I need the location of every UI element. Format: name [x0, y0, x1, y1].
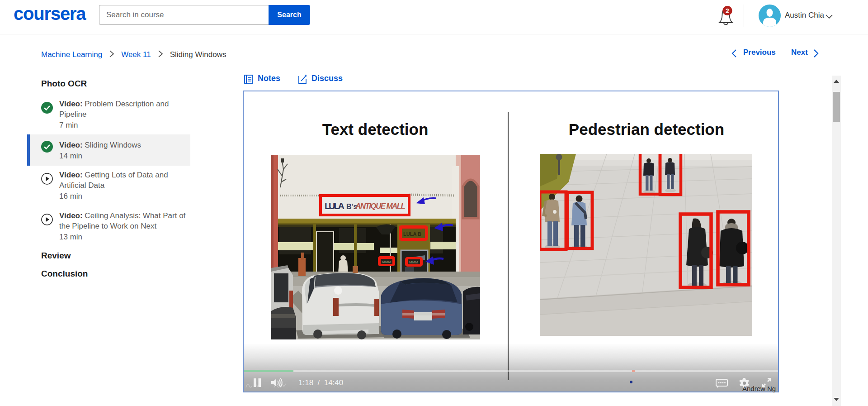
svg-text:2: 2: [726, 7, 729, 14]
svg-text:ANTIQUE MALL: ANTIQUE MALL: [355, 202, 406, 210]
svg-text:LULA: LULA: [325, 201, 344, 211]
svg-text:MMM: MMM: [382, 260, 391, 264]
svg-text:MMM: MMM: [409, 260, 418, 264]
svg-text:LULA B: LULA B: [403, 231, 421, 237]
